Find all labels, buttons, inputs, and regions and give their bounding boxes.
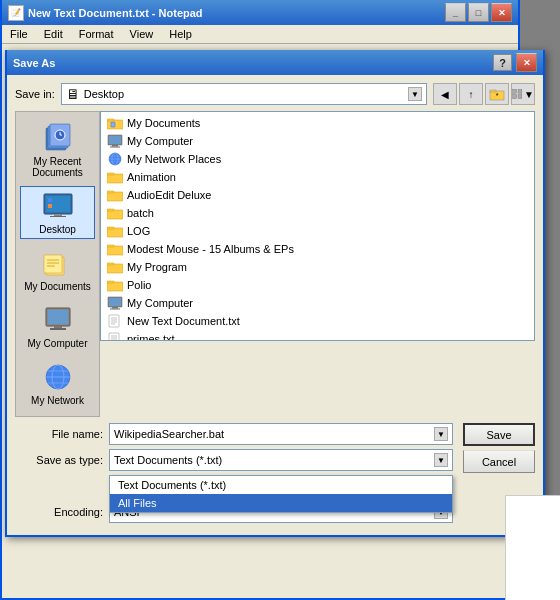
- network-places-icon: [107, 151, 123, 167]
- svg-rect-54: [107, 227, 114, 229]
- list-item[interactable]: My Documents: [103, 114, 532, 132]
- save-as-type-label: Save as type:: [15, 454, 103, 466]
- help-button[interactable]: ?: [493, 54, 512, 71]
- save-type-dropdown-menu[interactable]: Text Documents (*.txt) All Files: [109, 475, 453, 513]
- svg-rect-19: [48, 198, 52, 202]
- list-item-name: primes.txt: [127, 333, 175, 341]
- save-as-dialog: Save As ? ✕ Save in: 🖥 Desktop ▼ ◀ ↑ *: [5, 50, 545, 537]
- list-item-name: My Network Places: [127, 153, 221, 165]
- svg-rect-53: [107, 228, 123, 237]
- svg-rect-56: [107, 245, 114, 247]
- svg-rect-4: [518, 89, 522, 93]
- dialog-close-button[interactable]: ✕: [516, 53, 537, 72]
- views-button[interactable]: ▼: [511, 83, 535, 105]
- dialog-titlebar: Save As ? ✕: [7, 50, 543, 75]
- svg-rect-47: [107, 174, 123, 183]
- network-icon: [42, 361, 74, 393]
- folder-icon: [107, 205, 123, 221]
- list-item[interactable]: My Network Places: [103, 150, 532, 168]
- svg-rect-60: [107, 281, 114, 283]
- list-item[interactable]: Animation: [103, 168, 532, 186]
- recent-icon: [42, 122, 74, 154]
- svg-rect-57: [107, 264, 123, 273]
- folder-icon: [107, 259, 123, 275]
- save-as-type-dropdown[interactable]: Text Documents (*.txt) ▼: [109, 449, 453, 471]
- list-item-name: New Text Document.txt: [127, 315, 240, 327]
- list-item[interactable]: My Computer: [103, 294, 532, 312]
- menu-view[interactable]: View: [126, 27, 158, 41]
- file-list[interactable]: My Documents My Computer: [100, 111, 535, 341]
- svg-rect-41: [110, 147, 120, 148]
- close-button[interactable]: ✕: [491, 3, 512, 22]
- svg-rect-65: [109, 315, 119, 327]
- svg-rect-64: [110, 309, 120, 310]
- back-button[interactable]: ◀: [433, 83, 457, 105]
- dialog-title: Save As: [13, 57, 489, 69]
- toolbar-buttons: ◀ ↑ * ▼: [433, 83, 535, 105]
- notepad-icon: 📝: [8, 5, 24, 21]
- list-item[interactable]: AudioEdit Deluxe: [103, 186, 532, 204]
- save-button[interactable]: Save: [463, 423, 535, 446]
- menu-format[interactable]: Format: [75, 27, 118, 41]
- notepad-titlebar: 📝 New Text Document.txt - Notepad _ □ ✕: [2, 0, 518, 25]
- dropdown-option-txt[interactable]: Text Documents (*.txt): [110, 476, 452, 494]
- svg-rect-48: [107, 173, 114, 175]
- cancel-button[interactable]: Cancel: [463, 450, 535, 473]
- menu-help[interactable]: Help: [165, 27, 196, 41]
- sidebar-item-desktop[interactable]: Desktop: [20, 186, 95, 239]
- svg-rect-20: [48, 204, 52, 208]
- folder-icon: [107, 277, 123, 293]
- list-item[interactable]: My Computer: [103, 132, 532, 150]
- list-item-name: Modest Mouse - 15 Albums & EPs: [127, 243, 294, 255]
- sidebar-item-documents[interactable]: My Documents: [20, 243, 95, 296]
- computer-small-icon: [107, 133, 123, 149]
- file-name-row: File name: WikipediaSearcher.bat ▼: [15, 423, 535, 445]
- sidebar-item-network[interactable]: My Network: [20, 357, 95, 410]
- folder-icon: [107, 187, 123, 203]
- save-in-arrow[interactable]: ▼: [408, 87, 422, 101]
- save-in-dropdown[interactable]: 🖥 Desktop ▼: [61, 83, 427, 105]
- sidebar-label-recent: My RecentDocuments: [32, 156, 83, 178]
- minimize-button[interactable]: _: [445, 3, 466, 22]
- svg-rect-62: [109, 298, 121, 306]
- list-item-name: Polio: [127, 279, 151, 291]
- sidebar-item-recent[interactable]: My RecentDocuments: [20, 118, 95, 182]
- notepad-controls: _ □ ✕: [445, 3, 512, 22]
- sidebar-item-computer[interactable]: My Computer: [20, 300, 95, 353]
- file-name-value: WikipediaSearcher.bat: [114, 428, 434, 440]
- list-item[interactable]: My Program: [103, 258, 532, 276]
- folder-icon: [107, 223, 123, 239]
- svg-rect-50: [107, 191, 114, 193]
- new-folder-button[interactable]: *: [485, 83, 509, 105]
- svg-rect-17: [54, 214, 62, 216]
- list-item[interactable]: batch: [103, 204, 532, 222]
- desktop-icon: [42, 190, 74, 222]
- computer-small-icon: [107, 295, 123, 311]
- save-as-type-arrow[interactable]: ▼: [434, 453, 448, 467]
- folder-special-icon: [107, 115, 123, 131]
- list-item-name: Animation: [127, 171, 176, 183]
- file-name-arrow[interactable]: ▼: [434, 427, 448, 441]
- list-item[interactable]: Polio: [103, 276, 532, 294]
- sidebar-label-computer: My Computer: [27, 338, 87, 349]
- list-item[interactable]: LOG: [103, 222, 532, 240]
- sidebar-label-network: My Network: [31, 395, 84, 406]
- menu-edit[interactable]: Edit: [40, 27, 67, 41]
- notepad-menubar: File Edit Format View Help: [2, 25, 518, 44]
- maximize-button[interactable]: □: [468, 3, 489, 22]
- svg-rect-3: [513, 89, 517, 93]
- list-item[interactable]: Modest Mouse - 15 Albums & EPs: [103, 240, 532, 258]
- dropdown-option-all[interactable]: All Files: [110, 494, 452, 512]
- file-name-input[interactable]: WikipediaSearcher.bat ▼: [109, 423, 453, 445]
- list-item[interactable]: primes.txt: [103, 330, 532, 341]
- folder-icon: [107, 169, 123, 185]
- up-button[interactable]: ↑: [459, 83, 483, 105]
- svg-rect-63: [112, 307, 118, 309]
- encoding-label: Encoding:: [15, 506, 103, 518]
- menu-file[interactable]: File: [6, 27, 32, 41]
- svg-rect-55: [107, 246, 123, 255]
- bottom-area: File name: WikipediaSearcher.bat ▼ Save …: [15, 423, 535, 523]
- list-item[interactable]: New Text Document.txt: [103, 312, 532, 330]
- sidebar-label-desktop: Desktop: [39, 224, 76, 235]
- list-item-name: My Computer: [127, 135, 193, 147]
